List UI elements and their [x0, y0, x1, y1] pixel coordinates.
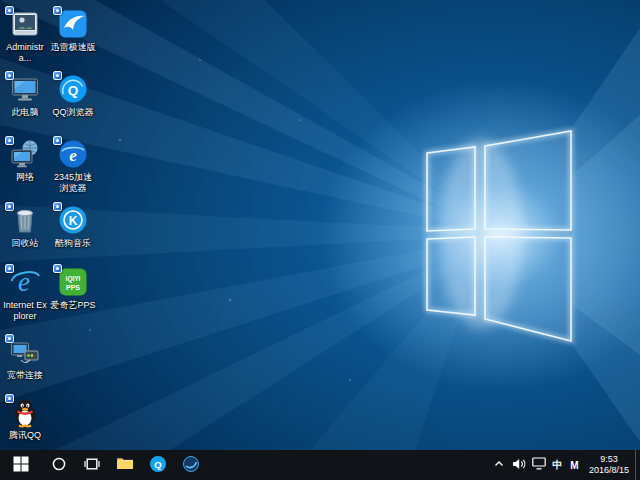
taskbar-clock[interactable]: 9:53 2016/8/15 [583, 450, 635, 480]
svg-text:PPS: PPS [66, 284, 80, 291]
windows-desktop-screen: Administra... 此电脑 [0, 0, 640, 480]
app-taskbar-button[interactable] [174, 450, 207, 480]
badge-icon [53, 71, 62, 80]
badge-icon [5, 6, 14, 15]
file-explorer-icon [116, 456, 134, 474]
svg-text:Q: Q [68, 83, 79, 98]
volume-button[interactable] [509, 450, 529, 480]
desktop-icon-label: 酷狗音乐 [55, 238, 91, 249]
desktop-icon-qq-browser[interactable]: Q QQ浏览器 [50, 73, 96, 118]
desktop-icon-internet-explorer[interactable]: e Internet Explorer [2, 266, 48, 322]
recycle-bin-icon [9, 204, 41, 236]
badge-icon [5, 394, 14, 403]
desktop-icon-recycle-bin[interactable]: 回收站 [2, 204, 48, 249]
desktop-icon-label: 迅雷极速版 [51, 42, 96, 53]
badge-icon [5, 264, 14, 273]
taskbar-left: Q [0, 450, 207, 480]
desktop-icon-label: 此电脑 [12, 107, 39, 118]
windows-logo-icon [13, 456, 29, 475]
desktop-icon-iqiyi-pps[interactable]: iQIYI PPS 爱奇艺PPS [50, 266, 96, 311]
desktop-icon-kugou-music[interactable]: K 酷狗音乐 [50, 204, 96, 249]
tray-overflow-button[interactable] [489, 450, 509, 480]
thunder-icon [57, 8, 89, 40]
badge-icon [5, 71, 14, 80]
badge-icon [53, 136, 62, 145]
desktop-icon-tencent-qq[interactable]: 腾讯QQ [2, 396, 48, 441]
network-status-button[interactable] [529, 450, 549, 480]
start-button[interactable] [0, 450, 42, 480]
desktop-icon-label: 爱奇艺PPS [50, 300, 95, 311]
desktop-icon-label: 2345加速浏览器 [50, 172, 96, 194]
network-icon [9, 138, 41, 170]
broadband-connection-icon [9, 336, 41, 368]
wallpaper-windows10-hero [0, 0, 640, 450]
ime-language-indicator[interactable]: 中 [549, 450, 566, 480]
desktop-icon-label: QQ浏览器 [52, 107, 93, 118]
network-icon [532, 456, 546, 474]
desktop-icon-2345-browser[interactable]: e 2345加速浏览器 [50, 138, 96, 194]
desktop-surface[interactable]: Administra... 此电脑 [0, 0, 640, 450]
badge-icon [5, 202, 14, 211]
chevron-up-icon [493, 456, 505, 474]
file-explorer-button[interactable] [108, 450, 141, 480]
system-tray: 中 M 9:53 2016/8/15 [489, 450, 640, 480]
desktop-icon-label: 宽带连接 [7, 370, 43, 381]
qq-browser-icon: Q [57, 73, 89, 105]
task-view-button[interactable] [75, 450, 108, 480]
badge-icon [53, 264, 62, 273]
kugou-music-icon: K [57, 204, 89, 236]
desktop-icon-this-pc[interactable]: 此电脑 [2, 73, 48, 118]
this-pc-icon [9, 73, 41, 105]
iqiyi-pps-icon: iQIYI PPS [57, 266, 89, 298]
desktop-icon-label: Internet Explorer [2, 300, 48, 322]
desktop-icon-administrator[interactable]: Administra... [2, 8, 48, 64]
svg-text:Q: Q [154, 458, 161, 469]
internet-explorer-icon: e [9, 266, 41, 298]
badge-icon [53, 202, 62, 211]
circular-app-icon [182, 455, 200, 476]
svg-text:iQIYI: iQIYI [66, 275, 81, 283]
show-desktop-button[interactable] [635, 450, 640, 480]
search-button[interactable] [42, 450, 75, 480]
search-icon [51, 456, 67, 475]
2345-browser-icon: e [57, 138, 89, 170]
tencent-qq-icon [9, 396, 41, 428]
taskbar: Q [0, 450, 640, 480]
badge-icon [5, 136, 14, 145]
desktop-icon-label: 回收站 [12, 238, 39, 249]
desktop-icon-label: 腾讯QQ [9, 430, 41, 441]
speaker-icon [512, 456, 526, 474]
badge-icon [5, 334, 14, 343]
svg-text:K: K [69, 214, 78, 228]
clock-time: 9:53 [600, 454, 618, 465]
desktop-icon-label: 网络 [16, 172, 34, 183]
desktop-icon-network[interactable]: 网络 [2, 138, 48, 183]
task-view-icon [84, 456, 100, 475]
qq-browser-icon: Q [149, 455, 167, 476]
ime-mode-indicator[interactable]: M [566, 450, 583, 480]
desktop-icon-thunder[interactable]: 迅雷极速版 [50, 8, 96, 53]
badge-icon [53, 6, 62, 15]
qq-browser-taskbar-button[interactable]: Q [141, 450, 174, 480]
desktop-icon-broadband[interactable]: 宽带连接 [2, 336, 48, 381]
user-account-icon [9, 8, 41, 40]
clock-date: 2016/8/15 [589, 465, 629, 476]
desktop-icon-label: Administra... [2, 42, 48, 64]
